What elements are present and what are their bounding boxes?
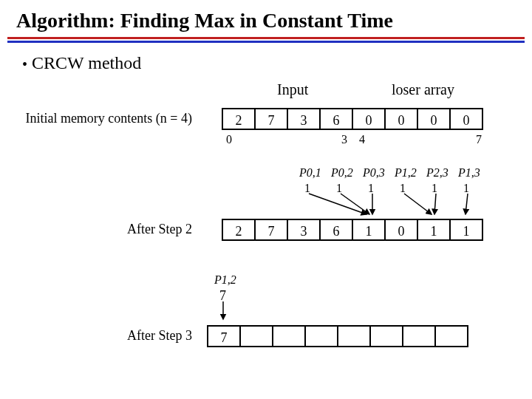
cell: 3 [288, 108, 321, 130]
proc-label: P0,1 [299, 166, 321, 180]
proc-label: P1,3 [458, 166, 480, 180]
proc-label: P0,2 [331, 166, 353, 180]
index-4: 4 [355, 133, 369, 146]
cell: 6 [321, 108, 353, 130]
label-initial: Initial memory contents (n = 4) [22, 111, 192, 126]
cell: 3 [288, 219, 321, 241]
array-step2: 2 7 3 6 1 0 1 1 [222, 219, 483, 241]
svg-line-3 [404, 194, 432, 214]
header-input: Input [277, 81, 308, 98]
cell: 0 [353, 108, 386, 130]
cell: 7 [208, 325, 241, 347]
svg-line-4 [434, 194, 436, 214]
cell: 1 [418, 219, 451, 241]
cell: 0 [451, 108, 483, 130]
bullet-dot: • [22, 56, 27, 72]
cell: 1 [353, 219, 386, 241]
cell [436, 325, 468, 347]
cell [273, 325, 306, 347]
header-loser: loser array [392, 81, 454, 98]
proc-label: P1,2 [395, 166, 417, 180]
index-0: 0 [222, 133, 236, 146]
proc-label-step3: P1,2 [214, 273, 236, 287]
slide-title: Algorithm: Finding Max in Constant Time [16, 9, 393, 33]
diagram: Input loser array Initial memory content… [22, 81, 510, 377]
cell [371, 325, 403, 347]
cell [403, 325, 436, 347]
bullet-item: • CRCW method [22, 53, 141, 73]
cell: 0 [386, 219, 418, 241]
cell: 0 [386, 108, 418, 130]
bullet-text: CRCW method [32, 53, 141, 72]
proc-label: P0,3 [363, 166, 385, 180]
proc-label: P2,3 [426, 166, 449, 180]
svg-line-5 [466, 194, 468, 214]
label-step3: After Step 3 [22, 328, 192, 344]
cell [306, 325, 338, 347]
array-initial: 2 7 3 6 0 0 0 0 [222, 108, 483, 130]
arrow-step3 [216, 301, 231, 324]
cell: 0 [418, 108, 451, 130]
cell: 7 [256, 108, 288, 130]
svg-line-1 [341, 194, 369, 214]
cell: 6 [321, 219, 353, 241]
arrows-step2 [222, 192, 495, 217]
cell: 2 [223, 108, 256, 130]
cell: 2 [223, 219, 256, 241]
cell [338, 325, 371, 347]
label-step2: After Step 2 [22, 222, 192, 237]
svg-line-0 [309, 194, 366, 214]
array-step3: 7 [207, 325, 468, 347]
cell [241, 325, 273, 347]
cell: 1 [451, 219, 483, 241]
title-underline [7, 37, 525, 43]
index-3: 3 [337, 133, 352, 146]
index-7: 7 [471, 133, 486, 146]
cell: 7 [256, 219, 288, 241]
